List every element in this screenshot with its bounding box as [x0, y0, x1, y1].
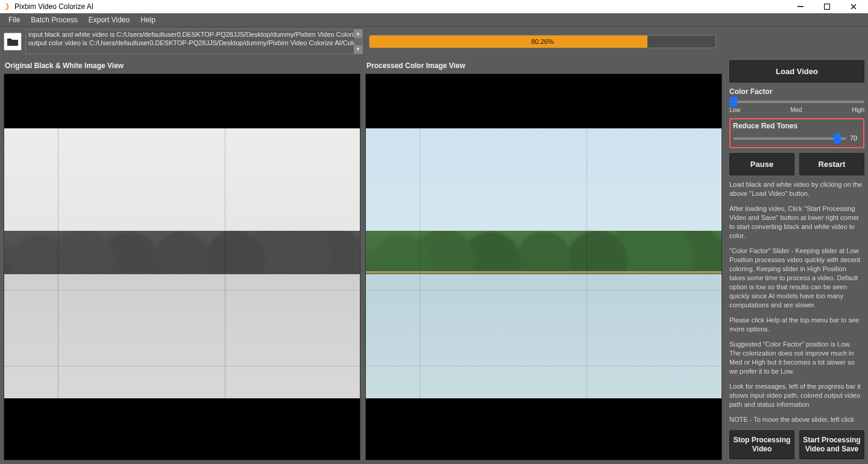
color-factor-scale: Low Med High — [729, 107, 864, 113]
svg-rect-2 — [7, 40, 18, 46]
reduce-red-tones-group: Reduce Red Tones 70 — [729, 118, 864, 148]
original-image — [4, 74, 360, 460]
log-line: output color video is C:/Users/defaultus… — [28, 39, 360, 47]
log-line: input black and white video is C:/Users/… — [28, 30, 360, 39]
reduce-red-tones-slider[interactable] — [733, 133, 846, 143]
color-factor-slider[interactable] — [729, 96, 864, 107]
views: Original Black & White Image View Proces… — [0, 57, 726, 464]
window-controls — [787, 0, 867, 13]
status-row: input black and white video is C:/Users/… — [0, 27, 868, 57]
scale-low: Low — [729, 107, 740, 113]
log-scrollbar[interactable]: ▲ ▼ — [354, 30, 362, 54]
reduce-red-tones-value: 70 — [850, 134, 861, 142]
color-factor-label: Color Factor — [729, 87, 864, 96]
svg-rect-0 — [797, 6, 804, 7]
help-para: Load black and white video by clicking o… — [729, 180, 863, 198]
restart-button[interactable]: Restart — [799, 153, 864, 175]
start-processing-button[interactable]: Start Processing Video and Save — [799, 430, 864, 459]
menu-file[interactable]: File — [4, 14, 25, 25]
help-para: After loading video, Click "Start Proces… — [729, 204, 863, 240]
stop-processing-button[interactable]: Stop Processing Video — [729, 430, 794, 459]
original-pane: Original Black & White Image View — [4, 59, 360, 460]
log-output: input black and white video is C:/Users/… — [25, 29, 363, 54]
titlebar: Pixbim Video Colorize AI — [0, 0, 868, 13]
menu-export-video[interactable]: Export Video — [84, 14, 135, 25]
pause-button[interactable]: Pause — [729, 153, 794, 175]
menu-batch-process[interactable]: Batch Process — [26, 14, 82, 25]
window-title: Pixbim Video Colorize AI — [14, 2, 93, 11]
original-title: Original Black & White Image View — [4, 59, 360, 74]
menubar: File Batch Process Export Video Help — [0, 13, 868, 27]
processed-title: Processed Color Image View — [365, 59, 722, 74]
scroll-down-icon[interactable]: ▼ — [354, 45, 362, 54]
minimize-button[interactable] — [787, 0, 814, 13]
sidebar: Load Video Color Factor Low Med High Red… — [726, 57, 868, 464]
processed-image — [365, 74, 722, 460]
app-icon — [2, 2, 11, 11]
help-para: Look for messages, left of the progress … — [729, 382, 863, 409]
load-video-button[interactable]: Load Video — [729, 60, 864, 83]
help-para: "Color Factor" Slider - Keeping slider a… — [729, 246, 863, 310]
processed-pane: Processed Color Image View — [365, 59, 722, 460]
color-factor-thumb[interactable] — [730, 97, 737, 107]
close-button[interactable] — [840, 0, 867, 13]
progress-wrap: 80.26% — [366, 29, 719, 54]
svg-rect-1 — [825, 4, 830, 10]
menu-help[interactable]: Help — [136, 14, 160, 25]
maximize-button[interactable] — [814, 0, 840, 13]
help-para: Suggested "Color Factor" position is Low… — [729, 340, 863, 376]
help-text: Load black and white video by clicking o… — [729, 180, 864, 425]
reduce-red-tones-label: Reduce Red Tones — [733, 122, 861, 130]
progress-bar: 80.26% — [369, 35, 716, 48]
main: Original Black & White Image View Proces… — [0, 57, 868, 464]
scale-med: Med — [790, 107, 802, 113]
progress-label: 80.26% — [370, 36, 715, 48]
help-para: Please click Help at the top menu bar to… — [729, 316, 863, 334]
reduce-red-tones-thumb[interactable] — [834, 134, 841, 143]
open-folder-button[interactable] — [4, 33, 22, 51]
help-para: NOTE - To move the above slider, left cl… — [729, 415, 863, 425]
scroll-up-icon[interactable]: ▲ — [354, 30, 362, 38]
scale-high: High — [852, 107, 864, 113]
